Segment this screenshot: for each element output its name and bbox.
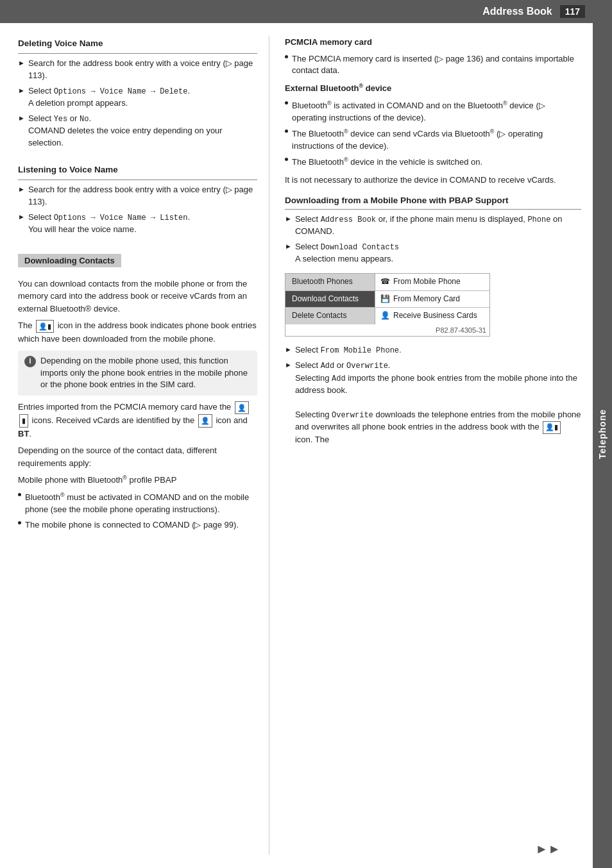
menu-screenshot: Bluetooth Phones Download Contacts Delet… <box>285 273 490 337</box>
mono-text: Yes <box>54 115 68 124</box>
info-box: i Depending on the mobile phone used, th… <box>18 351 257 396</box>
list-item-text: Bluetooth® must be activated in COMAND a… <box>25 491 257 516</box>
pcmcia-heading: PCMCIA memory card <box>285 36 581 49</box>
mono-text: Overwrite <box>332 411 373 420</box>
list-item-text: Search for the address book entry with a… <box>28 58 257 82</box>
vcard-icon: 👤 <box>198 414 212 428</box>
listening-voice-name-heading: Listening to Voice Name <box>18 165 257 174</box>
card-icon: 💾 <box>380 294 390 305</box>
bullet-arrow-icon: ► <box>285 345 292 355</box>
two-column-layout: Deleting Voice Name ► Search for the add… <box>0 23 593 868</box>
after-menu-list: ► Select From Mobile Phone. ► Select Add… <box>285 344 581 446</box>
menu-right-column: ☎ From Mobile Phone 💾 From Memory Card 👤 <box>375 274 489 324</box>
bt-label: BT <box>18 429 29 438</box>
list-item-text: Select Add or Overwrite. Selecting Add i… <box>295 360 581 446</box>
menu-inner: Bluetooth Phones Download Contacts Delet… <box>285 274 489 324</box>
bullet-arrow-icon: ► <box>285 242 292 252</box>
download-mobile-list: ► Select Address Book or, if the phone m… <box>285 213 581 265</box>
list-item: ► Select Yes or No.COMAND deletes the vo… <box>18 113 257 149</box>
dot-bullet-icon <box>285 101 288 104</box>
bullet-arrow-icon: ► <box>285 214 292 224</box>
list-item: Bluetooth® must be activated in COMAND a… <box>18 491 257 516</box>
address-book-icon: 👤▮ <box>36 320 54 333</box>
business-card-icon: 👤 <box>380 311 390 321</box>
listening-voice-name-list: ► Search for the address book entry with… <box>18 184 257 236</box>
section-divider-1 <box>18 53 257 54</box>
menu-item-from-memory-card: 💾 From Memory Card <box>375 291 489 308</box>
list-item: ► Select Address Book or, if the phone m… <box>285 213 581 238</box>
list-item: The Bluetooth® device can send vCards vi… <box>285 128 581 153</box>
downloading-contacts-para1: You can download contacts from the mobil… <box>18 278 257 315</box>
dot-bullet-icon <box>18 521 21 524</box>
bt-device-list: Bluetooth® is activated in COMAND and on… <box>285 99 581 169</box>
bt-device-heading: External Bluetooth® device <box>285 82 581 95</box>
dot-bullet-icon <box>285 55 288 58</box>
mono-text: Options → Voice Name → Listen <box>54 213 188 222</box>
person-icon: 👤 <box>235 401 249 415</box>
section-downloading-contacts: Downloading Contacts You can download co… <box>18 254 257 531</box>
mono-text: From Mobile Phone <box>321 346 399 355</box>
section-deleting-voice-name: Deleting Voice Name ► Search for the add… <box>18 38 257 149</box>
list-item-text: The mobile phone is connected to COMAND … <box>25 519 239 531</box>
deleting-voice-name-list: ► Search for the address book entry with… <box>18 58 257 149</box>
menu-left-column: Bluetooth Phones Download Contacts Delet… <box>285 274 375 324</box>
requirements-para: Depending on the source of the contact d… <box>18 444 257 469</box>
right-column: PCMCIA memory card The PCMCIA memory car… <box>269 36 593 855</box>
list-item: The PCMCIA memory card is inserted (▷ pa… <box>285 53 581 78</box>
mono-text: Phone <box>527 215 550 224</box>
bullet-arrow-icon: ► <box>18 58 25 69</box>
entries-imported-para: Entries imported from the PCMCIA memory … <box>18 401 257 440</box>
mono-text: No <box>80 115 89 124</box>
mono-text: Download Contacts <box>321 243 399 252</box>
bullet-arrow-icon: ► <box>18 86 25 96</box>
list-item-text: Select Options → Voice Name → Delete.A d… <box>28 85 190 110</box>
section-download-mobile: Downloading from a Mobile Phone with PBA… <box>285 196 581 446</box>
auth-para: It is not necessary to authorize the dev… <box>285 174 581 187</box>
list-item: ► Select Download ContactsA selection me… <box>285 241 581 265</box>
from-mobile-phone-label: From Mobile Phone <box>393 277 461 287</box>
list-item: ► Select Add or Overwrite. Selecting Add… <box>285 360 581 446</box>
bullet-arrow-icon: ► <box>18 212 25 222</box>
menu-item-from-mobile-phone: ☎ From Mobile Phone <box>375 274 489 291</box>
list-item: ► Search for the address book entry with… <box>18 58 257 82</box>
deleting-voice-name-heading: Deleting Voice Name <box>18 38 257 48</box>
left-column: Deleting Voice Name ► Search for the add… <box>0 36 269 855</box>
receive-business-cards-label: Receive Business Cards <box>393 311 477 321</box>
telephone-sidebar-label: Telephone <box>597 409 608 459</box>
list-item-text: Select From Mobile Phone. <box>295 344 402 356</box>
pcmcia-list: The PCMCIA memory card is inserted (▷ pa… <box>285 53 581 78</box>
list-item: The mobile phone is connected to COMAND … <box>18 519 257 531</box>
from-memory-card-label: From Memory Card <box>393 294 460 305</box>
page-content: Address Book 117 Deleting Voice Name ► S… <box>0 0 593 868</box>
header-title: Address Book <box>482 6 552 17</box>
mono-text: Add <box>321 362 335 371</box>
bullet-arrow-icon: ► <box>18 113 25 124</box>
menu-caption: P82.87-4305-31 <box>285 324 489 336</box>
list-item-text: The Bluetooth® device in the vehicle is … <box>292 156 482 169</box>
bullet-arrow-icon: ► <box>18 185 25 195</box>
phone-icon: ☎ <box>380 277 390 287</box>
mono-text: Overwrite <box>346 362 388 371</box>
list-item: ► Select Options → Voice Name → Delete.A… <box>18 85 257 110</box>
list-item-text: Select Download ContactsA selection menu… <box>295 241 399 265</box>
menu-item-receive-business-cards: 👤 Receive Business Cards <box>375 308 489 324</box>
list-item: ► Search for the address book entry with… <box>18 184 257 208</box>
downloading-contacts-para2: The 👤▮ icon in the address book indicate… <box>18 319 257 345</box>
download-mobile-heading: Downloading from a Mobile Phone with PBA… <box>285 196 581 205</box>
list-item-text: Select Yes or No.COMAND deletes the voic… <box>28 113 257 149</box>
mono-text: Options → Voice Name → Delete <box>54 87 188 96</box>
list-item-text: Select Options → Voice Name → Listen.You… <box>28 212 190 236</box>
list-item: The Bluetooth® device in the vehicle is … <box>285 156 581 169</box>
forward-navigation-arrow: ►► <box>535 842 561 856</box>
menu-item-delete-contacts: Delete Contacts <box>285 308 375 324</box>
list-item-text: Search for the address book entry with a… <box>28 184 257 208</box>
ab-icon: 👤▮ <box>543 421 561 434</box>
bullet-arrow-icon: ► <box>285 360 292 371</box>
section-divider-2 <box>18 179 257 180</box>
dot-bullet-icon <box>18 493 21 496</box>
menu-item-bluetooth-phones: Bluetooth Phones <box>285 274 375 291</box>
menu-item-download-contacts: Download Contacts <box>285 291 375 308</box>
info-box-text: Depending on the mobile phone used, this… <box>40 355 251 392</box>
telephone-sidebar-tab: Telephone <box>593 0 612 868</box>
list-item: ► Select From Mobile Phone. <box>285 344 581 356</box>
